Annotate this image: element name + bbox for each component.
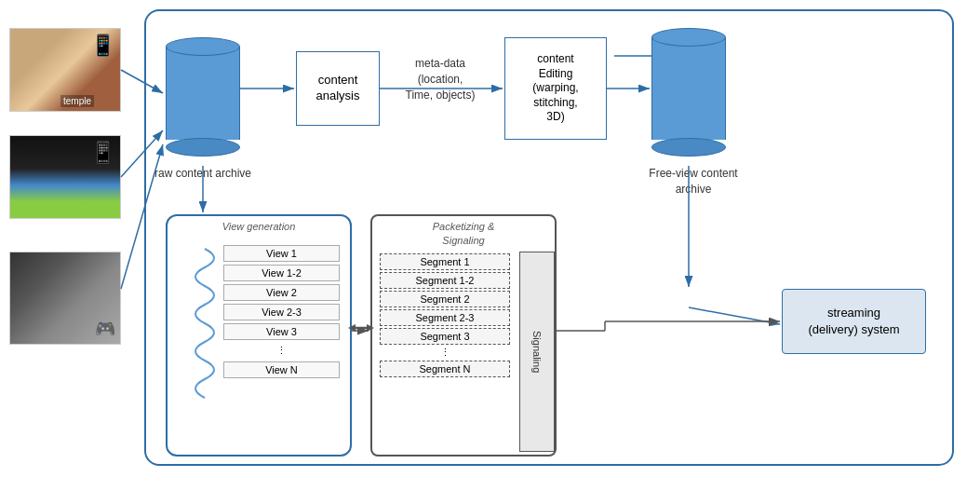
- view-generation-box: View generation View 1 View 1-2 View 2 V…: [166, 214, 352, 457]
- packetizing-box: Packetizing &Signaling Segment 1 Segment…: [370, 214, 557, 457]
- raw-content-archive: [166, 37, 240, 157]
- photo-1: temple: [9, 28, 121, 112]
- raw-archive-label: raw content archive: [147, 166, 259, 182]
- content-editing-box: contentEditing(warping,stitching,3D): [504, 37, 607, 140]
- free-view-archive: [651, 28, 726, 157]
- free-view-archive-label: Free-view content archive: [633, 166, 754, 198]
- diagram-container: temple raw content archive contentanalys…: [0, 0, 980, 477]
- packetizing-label: Packetizing &Signaling: [372, 220, 555, 249]
- metadata-label: meta-data (location, Time, objects): [389, 56, 491, 102]
- photo-2: [9, 135, 121, 219]
- signaling-label: Signaling: [531, 331, 543, 373]
- view-generation-label: View generation: [168, 220, 350, 234]
- content-analysis-box: contentanalysis: [296, 51, 380, 126]
- content-analysis-label: contentanalysis: [316, 73, 360, 104]
- streaming-box: streaming(delivery) system: [782, 289, 926, 354]
- streaming-label: streaming(delivery) system: [808, 305, 899, 338]
- content-editing-label: contentEditing(warping,stitching,3D): [532, 52, 578, 125]
- signaling-bar: Signaling: [519, 252, 555, 452]
- photo-3: [9, 252, 121, 345]
